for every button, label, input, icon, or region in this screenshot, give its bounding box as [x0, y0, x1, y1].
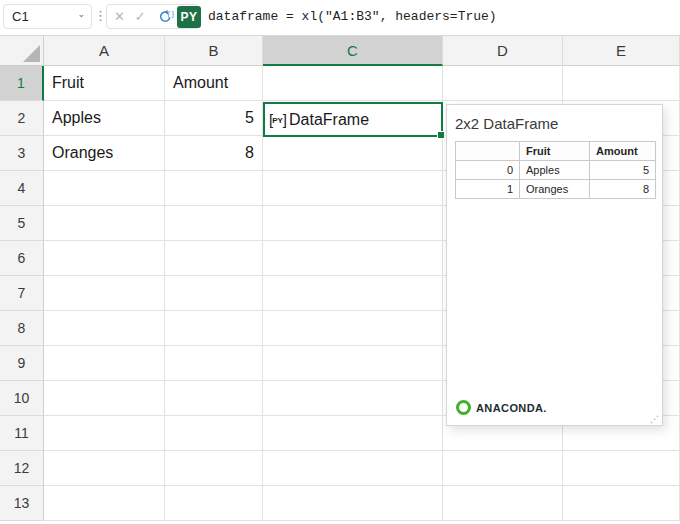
- table-row: 0 Apples 5: [456, 161, 656, 180]
- cell-A7[interactable]: [44, 276, 165, 311]
- row-header-12[interactable]: 12: [0, 451, 44, 486]
- name-box[interactable]: C1 ⌄: [3, 4, 92, 29]
- cell-C10[interactable]: [263, 381, 443, 416]
- cell-B8[interactable]: [165, 311, 263, 346]
- cell-A4[interactable]: [44, 171, 165, 206]
- cell-A12[interactable]: [44, 451, 165, 486]
- cell-B10[interactable]: [165, 381, 263, 416]
- anaconda-wordmark: ANACONDA.: [476, 402, 547, 414]
- cell-B12[interactable]: [165, 451, 263, 486]
- cell-D12[interactable]: [443, 451, 563, 486]
- cell-C11[interactable]: [263, 416, 443, 451]
- cell-D1[interactable]: [443, 66, 563, 101]
- name-box-value: C1: [12, 9, 29, 24]
- row-header-2[interactable]: 2: [0, 101, 44, 136]
- cell-C9[interactable]: [263, 346, 443, 381]
- amount-value: 8: [590, 180, 656, 199]
- table-row: 1 Oranges 8: [456, 180, 656, 199]
- cell-B2[interactable]: 5: [165, 101, 263, 136]
- cell-C8[interactable]: [263, 311, 443, 346]
- column-header-B[interactable]: B: [165, 36, 263, 66]
- cell-C12[interactable]: [263, 451, 443, 486]
- anaconda-branding: ANACONDA.: [456, 400, 547, 415]
- cell-A10[interactable]: [44, 381, 165, 416]
- fruit-header: Fruit: [520, 142, 590, 161]
- formula-input[interactable]: dataframe = xl("A1:B3", headers=True): [208, 9, 497, 24]
- formula-bar: C1 ⌄ ⋮ ✕ ✓ { } ⌄ PY dataframe = xl("A1:B…: [0, 0, 680, 36]
- python-object-icon[interactable]: { }: [156, 9, 174, 25]
- preview-table: Fruit Amount 0 Apples 5 1 Oranges 8: [455, 141, 656, 199]
- amount-header: Amount: [590, 142, 656, 161]
- cell-A5[interactable]: [44, 206, 165, 241]
- row-header-1[interactable]: 1: [0, 66, 44, 101]
- column-header-A[interactable]: A: [44, 36, 165, 66]
- resize-grip[interactable]: ⋰: [650, 414, 659, 424]
- python-badge: PY: [177, 6, 201, 28]
- cell-B4[interactable]: [165, 171, 263, 206]
- fruit-value: Apples: [520, 161, 590, 180]
- column-header-E[interactable]: E: [563, 36, 680, 66]
- cell-C5[interactable]: [263, 206, 443, 241]
- table-header-row: Fruit Amount: [456, 142, 656, 161]
- selected-cell-C1[interactable]: [PY] DataFrame: [263, 102, 443, 137]
- cell-A11[interactable]: [44, 416, 165, 451]
- preview-title: 2x2 DataFrame: [455, 115, 662, 132]
- cell-B11[interactable]: [165, 416, 263, 451]
- select-all-triangle-icon: [23, 45, 40, 62]
- cell-B7[interactable]: [165, 276, 263, 311]
- anaconda-logo-icon: [456, 400, 471, 415]
- cell-A2[interactable]: Apples: [44, 101, 165, 136]
- cell-C4[interactable]: [263, 171, 443, 206]
- cell-D13[interactable]: [443, 486, 563, 521]
- cell-A1[interactable]: Fruit: [44, 66, 165, 101]
- cell-A6[interactable]: [44, 241, 165, 276]
- chevron-down-icon[interactable]: ⌄: [77, 10, 85, 19]
- cancel-icon[interactable]: ✕: [114, 10, 125, 23]
- cell-C3[interactable]: [263, 136, 443, 171]
- row-header-3[interactable]: 3: [0, 136, 44, 171]
- cell-C6[interactable]: [263, 241, 443, 276]
- cell-A13[interactable]: [44, 486, 165, 521]
- row-header-9[interactable]: 9: [0, 346, 44, 381]
- index-header: [456, 142, 520, 161]
- cell-B13[interactable]: [165, 486, 263, 521]
- enter-icon[interactable]: ✓: [135, 10, 146, 23]
- selected-cell-label: DataFrame: [289, 111, 369, 129]
- row-header-11[interactable]: 11: [0, 416, 44, 451]
- column-header-D[interactable]: D: [443, 36, 563, 66]
- amount-value: 5: [590, 161, 656, 180]
- row-header-13[interactable]: 13: [0, 486, 44, 521]
- row-index: 0: [456, 161, 520, 180]
- fruit-value: Oranges: [520, 180, 590, 199]
- row-header-5[interactable]: 5: [0, 206, 44, 241]
- fill-handle[interactable]: [437, 131, 445, 139]
- cell-E1[interactable]: [563, 66, 680, 101]
- row-header-6[interactable]: 6: [0, 241, 44, 276]
- cell-E12[interactable]: [563, 451, 680, 486]
- cell-B5[interactable]: [165, 206, 263, 241]
- row-index: 1: [456, 180, 520, 199]
- cell-C1[interactable]: [263, 66, 443, 101]
- cell-C13[interactable]: [263, 486, 443, 521]
- cell-B1[interactable]: Amount: [165, 66, 263, 101]
- cell-A3[interactable]: Oranges: [44, 136, 165, 171]
- cell-A9[interactable]: [44, 346, 165, 381]
- cell-E13[interactable]: [563, 486, 680, 521]
- row-header-10[interactable]: 10: [0, 381, 44, 416]
- column-header-C[interactable]: C: [263, 36, 443, 66]
- row-header-8[interactable]: 8: [0, 311, 44, 346]
- row-header-4[interactable]: 4: [0, 171, 44, 206]
- dataframe-preview-card: 2x2 DataFrame Fruit Amount 0 Apples 5 1 …: [446, 104, 663, 426]
- select-all-corner[interactable]: [0, 36, 44, 66]
- cell-B3[interactable]: 8: [165, 136, 263, 171]
- row-header-7[interactable]: 7: [0, 276, 44, 311]
- cell-C7[interactable]: [263, 276, 443, 311]
- cell-B9[interactable]: [165, 346, 263, 381]
- py-object-cell-icon: [PY]: [269, 111, 286, 128]
- cell-B6[interactable]: [165, 241, 263, 276]
- cell-A8[interactable]: [44, 311, 165, 346]
- svg-text:{ }: { }: [167, 10, 174, 18]
